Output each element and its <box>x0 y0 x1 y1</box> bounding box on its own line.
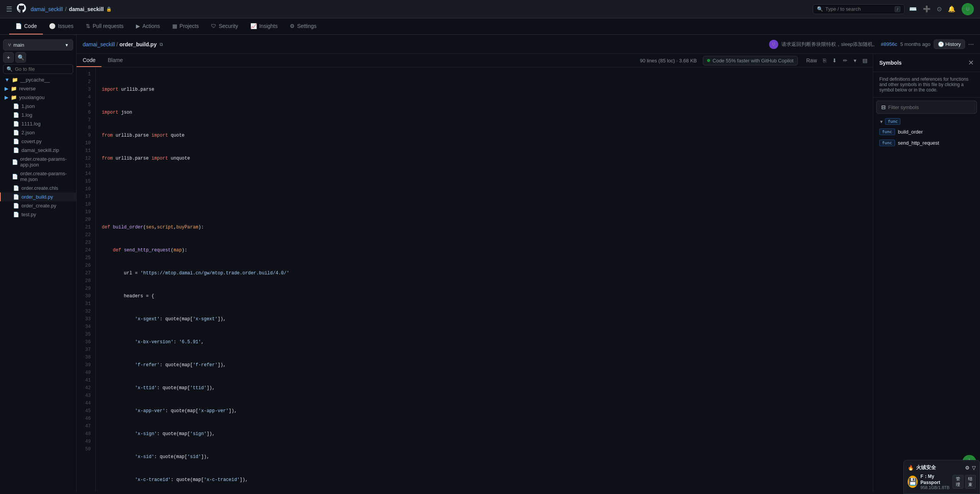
sidebar-item-order-me[interactable]: 📄 order.create-params-me.json <box>0 169 76 184</box>
issue-icon[interactable]: ⊙ <box>937 5 942 13</box>
symbol-name: send_http_request <box>898 140 939 146</box>
copilot-badge[interactable]: Code 55% faster with GitHub Copilot <box>703 56 798 65</box>
code-line-2[interactable]: import json <box>102 109 873 116</box>
code-line-18[interactable]: 'x-c-traceid': quote(map['x-c-traceid'])… <box>102 476 873 484</box>
hamburger-icon[interactable]: ☰ <box>6 5 12 13</box>
user-avatar[interactable]: U <box>962 3 974 15</box>
code-content: 1 2 3 4 5 6 7 8 9 10 11 12 13 14 <box>77 67 873 492</box>
file-search-input[interactable] <box>15 66 70 72</box>
symbols-panel: Symbols ✕ Find definitions and reference… <box>873 54 980 492</box>
symbol-section-func[interactable]: ▼ func <box>873 117 980 126</box>
code-line-10[interactable]: headers = { <box>102 292 873 300</box>
code-line-5[interactable] <box>102 178 873 185</box>
sidebar-item-label: 2.json <box>21 130 35 135</box>
file-more-button[interactable]: ··· <box>968 40 974 48</box>
search-input[interactable] <box>825 6 892 12</box>
code-line-11[interactable]: 'x-sgext': quote(map['x-sgext']), <box>102 315 873 323</box>
code-line-7[interactable]: def build_order(ses,script,buyParam): <box>102 223 873 231</box>
copilot-dot <box>707 59 710 62</box>
nav-security[interactable]: 🛡 Security <box>205 18 244 34</box>
nav-actions[interactable]: ▶ Actions <box>130 18 166 34</box>
nav-settings[interactable]: ⚙ Settings <box>284 18 323 34</box>
notification-icon[interactable]: 🔔 <box>948 5 956 13</box>
settings-icon[interactable]: ⚙ <box>965 465 970 471</box>
sidebar-item-order-app[interactable]: 📄 order.create-params-app.json <box>0 155 76 169</box>
sidebar-item-1log[interactable]: 📄 1.log <box>0 111 76 119</box>
breadcrumb: damai_seckill / damai_seckill 🔒 <box>31 6 112 12</box>
branch-selector[interactable]: ⑂ main ▾ <box>3 39 73 51</box>
func-type-badge: func <box>879 129 895 135</box>
nav-projects[interactable]: ▦ Projects <box>166 18 205 34</box>
symbols-filter-input[interactable] <box>888 104 972 110</box>
sidebar-item-testpy[interactable]: 📄 test.py <box>0 210 76 219</box>
code-line-6[interactable] <box>102 201 873 208</box>
code-line-1[interactable]: import urllib.parse <box>102 86 873 93</box>
sidebar-item-reverse[interactable]: ▶ 📁 reverse <box>0 84 76 93</box>
commit-time: 5 months ago <box>900 41 931 47</box>
sidebar-item-label: youxiangou <box>19 95 45 100</box>
search-icon: 🔍 <box>817 6 823 12</box>
expand-icon[interactable]: ▽ <box>972 465 976 471</box>
more-button[interactable]: ▾ <box>851 56 859 65</box>
close-symbols-button[interactable]: ✕ <box>968 59 974 67</box>
plus-icon[interactable]: ➕ <box>923 5 931 13</box>
terminal-icon[interactable]: ⌨️ <box>909 5 917 13</box>
copy-button[interactable]: ⎘ <box>821 56 828 65</box>
code-line-14[interactable]: 'x-ttid': quote(map['ttid']), <box>102 384 873 392</box>
sidebar-item-youxiangou[interactable]: ▶ 📁 youxiangou <box>0 93 76 102</box>
code-line-16[interactable]: 'x-sign': quote(map['sign']), <box>102 430 873 438</box>
nav-code[interactable]: 📄 Code <box>9 18 43 34</box>
sidebar-item-order-create[interactable]: 📄 order_create.py <box>0 201 76 210</box>
sidebar-item-order-build[interactable]: 📄 order_build.py <box>0 192 76 201</box>
nav-issues[interactable]: ⚪ Issues <box>43 18 79 34</box>
code-line-3[interactable]: from urllib.parse import quote <box>102 132 873 139</box>
repo-link[interactable]: damai_seckill <box>83 41 115 47</box>
sidebar-item-2json[interactable]: 📄 2.json <box>0 128 76 137</box>
folder-icon: ▼ <box>5 77 10 83</box>
code-line-8[interactable]: def send_http_request(map): <box>102 246 873 254</box>
copy-path-icon[interactable]: ⧉ <box>160 42 163 47</box>
file-icon: 📄 <box>13 139 19 144</box>
add-file-button[interactable]: + <box>3 52 14 63</box>
security-icon: 💾 <box>908 476 918 488</box>
repo-name[interactable]: damai_seckill <box>69 6 104 12</box>
symbols-panel-button[interactable]: ▤ <box>860 56 870 65</box>
func-type-badge: func <box>879 140 895 146</box>
insights-icon: 📈 <box>250 23 257 29</box>
security-widget-title: 火绒安全 <box>916 464 963 471</box>
sidebar-item-1json[interactable]: 📄 1.json <box>0 102 76 111</box>
security-manage-button[interactable]: 管理 <box>952 475 963 489</box>
file-search[interactable]: 🔍 <box>3 64 73 74</box>
symbols-filter[interactable]: ⊟ <box>876 101 977 114</box>
sidebar-item-damai-zip[interactable]: 📄 damai_seckill.zip <box>0 146 76 155</box>
sidebar-item-order-chls[interactable]: 📄 order.create.chls <box>0 184 76 192</box>
github-logo[interactable] <box>17 3 26 15</box>
history-button[interactable]: 🕐 History <box>934 39 965 49</box>
file-icon: 📄 <box>13 147 19 153</box>
code-line-4[interactable]: from urllib.parse import unquote <box>102 155 873 162</box>
nav-insights[interactable]: 📈 Insights <box>244 18 284 34</box>
download-button[interactable]: ⬇ <box>830 56 839 65</box>
global-search[interactable]: 🔍 / <box>813 4 905 14</box>
symbol-send-http[interactable]: func send_http_request <box>873 137 980 148</box>
code-line-15[interactable]: 'x-app-ver': quote(map['x-app-ver']), <box>102 407 873 415</box>
code-line-13[interactable]: 'f-refer': quote(map['f-refer']), <box>102 361 873 369</box>
user-link[interactable]: damai_seckill <box>31 6 63 12</box>
code-line-12[interactable]: 'x-bx-version': '6.5.91', <box>102 338 873 346</box>
raw-button[interactable]: Raw <box>804 56 819 65</box>
tab-blame[interactable]: Blame <box>101 54 129 67</box>
tab-code[interactable]: Code <box>77 54 101 67</box>
code-line-17[interactable]: 'x-sid': quote(map['sid']), <box>102 453 873 461</box>
sidebar-item-1111log[interactable]: 📄 1111.log <box>0 119 76 128</box>
commit-hash[interactable]: #8956c <box>881 41 897 47</box>
sidebar-item-pycache[interactable]: ▼ 📁 __pycache__ <box>0 75 76 84</box>
edit-button[interactable]: ✏ <box>841 56 850 65</box>
search-file-button[interactable]: 🔍 <box>15 52 26 63</box>
commit-info: U 请求返回判断券块限特权，sleep添加随机。 #8956c 5 months… <box>769 40 931 49</box>
sidebar-item-covertpy[interactable]: 📄 covert.py <box>0 137 76 146</box>
security-stop-button[interactable]: 结束 <box>965 475 976 489</box>
code-container: Code Blame 90 lines (85 loc) · 3.68 KB C… <box>77 54 980 492</box>
symbol-build-order[interactable]: func build_order <box>873 126 980 137</box>
nav-pullrequests[interactable]: ⇅ Pull requests <box>80 18 130 34</box>
code-line-9[interactable]: url = 'https://mtop.damai.cn/gw/mtop.tra… <box>102 269 873 277</box>
